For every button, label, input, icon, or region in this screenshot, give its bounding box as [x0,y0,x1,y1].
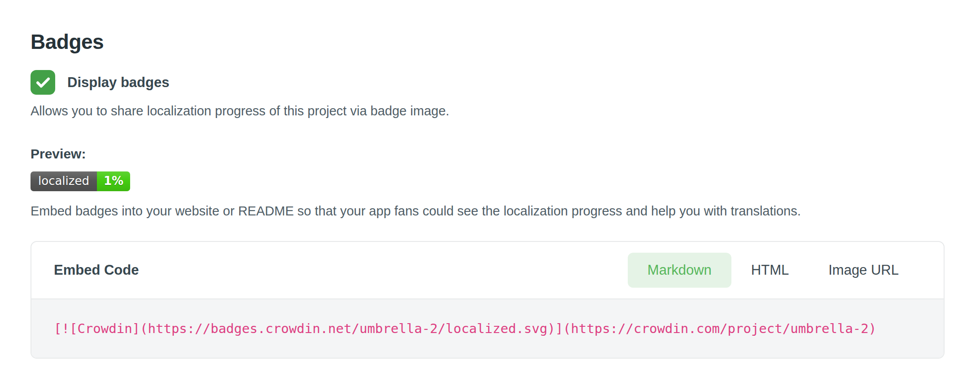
display-badges-description: Allows you to share localization progres… [31,104,949,118]
page-title: Badges [31,30,949,54]
embed-code-snippet[interactable]: [![Crowdin](https://badges.crowdin.net/u… [54,321,921,336]
embed-hint-text: Embed badges into your website or README… [31,204,949,219]
embed-code-body: [![Crowdin](https://badges.crowdin.net/u… [31,298,944,358]
tab-html[interactable]: HTML [731,253,809,288]
tab-image-url[interactable]: Image URL [809,253,919,288]
checkmark-icon [35,75,51,91]
localization-badge-preview: localized 1% [31,171,130,191]
embed-code-card-header: Embed Code Markdown HTML Image URL [31,242,944,298]
badge-value-segment: 1% [97,171,130,191]
badge-label-segment: localized [31,171,97,191]
badges-settings-section: Badges Display badges Allows you to shar… [0,0,980,359]
display-badges-label[interactable]: Display badges [67,75,169,91]
preview-label: Preview: [31,146,949,162]
display-badges-checkbox[interactable] [31,70,55,95]
display-badges-toggle-row: Display badges [31,70,949,95]
tab-markdown[interactable]: Markdown [628,253,731,288]
embed-code-title: Embed Code [54,262,139,278]
embed-format-tabs: Markdown HTML Image URL [628,253,919,288]
embed-code-card: Embed Code Markdown HTML Image URL [![Cr… [31,241,945,359]
